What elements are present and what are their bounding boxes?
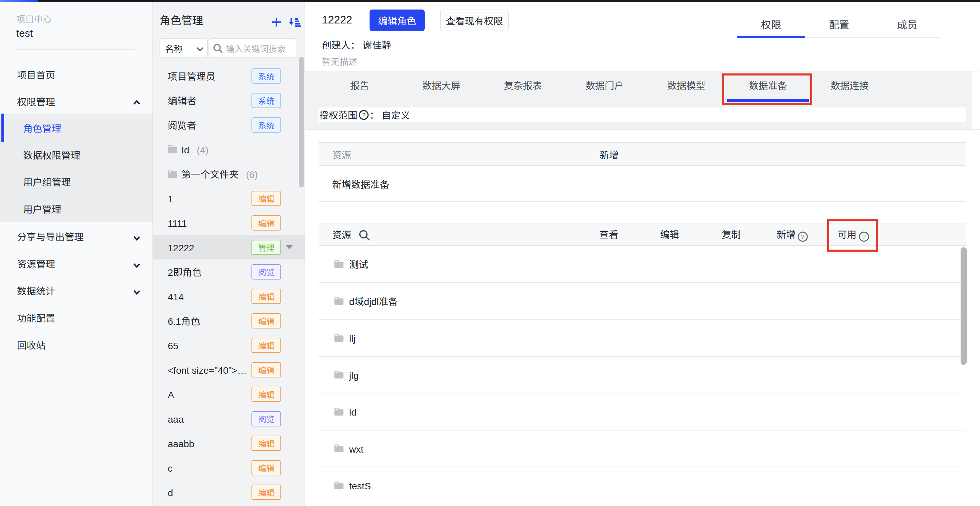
svg-text:?: ? [801, 234, 804, 240]
svg-text:?: ? [362, 112, 366, 119]
